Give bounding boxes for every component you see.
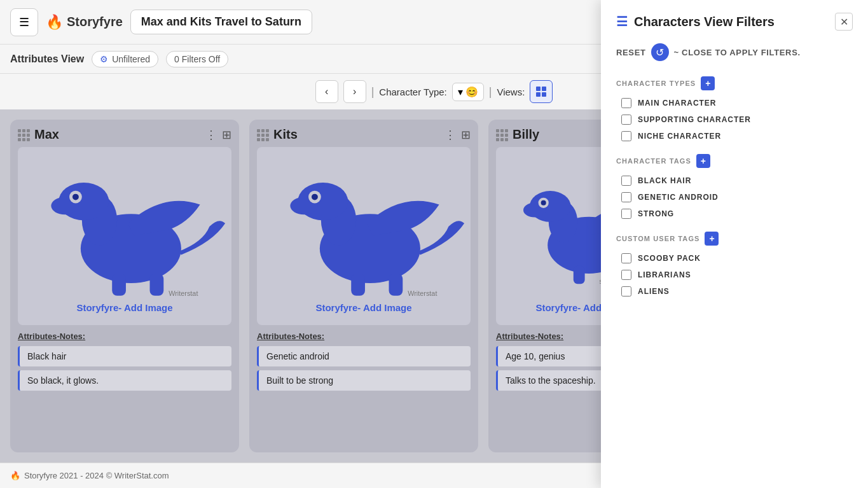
attr-note-kits-1[interactable]: Built to be strong: [257, 370, 471, 391]
supporting-character-label: SUPPORTING CHARACTER: [638, 115, 751, 124]
svg-point-11: [72, 193, 79, 200]
card-name-kits: Kits: [257, 127, 298, 142]
filter-off-badge[interactable]: 0 Filters Off: [166, 51, 228, 67]
brand-name: Storyfyre: [67, 15, 123, 29]
checkbox-main-character-input[interactable]: [621, 98, 631, 108]
checkbox-scooby-pack: SCOOBY PACK: [621, 253, 853, 263]
grid-icon-max: [18, 129, 29, 141]
filter-badge[interactable]: ⚙ Unfiltered: [92, 51, 158, 67]
add-image-label-kits[interactable]: Storyfyre- Add Image: [315, 302, 411, 313]
checkbox-black-hair: BLACK HAIR: [621, 176, 853, 186]
brand-icon-footer: 🔥: [10, 471, 20, 480]
checkbox-librarians-input[interactable]: [621, 270, 631, 280]
character-illustration-max: Writerstat: [18, 160, 231, 300]
filter-icon: ⚙: [100, 54, 108, 64]
filter-badge-label: Unfiltered: [112, 54, 150, 64]
separator1: |: [371, 85, 375, 99]
card-name-max: Max: [18, 127, 59, 142]
svg-rect-1: [542, 87, 546, 91]
separator2: |: [489, 85, 492, 99]
attrs-label-kits: Attributes-Notes:: [257, 331, 471, 341]
checkbox-genetic-android: GENETIC ANDROID: [621, 192, 853, 202]
checkbox-genetic-android-input[interactable]: [621, 192, 631, 202]
add-character-type-button[interactable]: +: [701, 76, 715, 90]
genetic-android-label: GENETIC ANDROID: [638, 193, 719, 202]
character-tags-section: CHARACTER TAGS + BLACK HAIR GENETIC ANDR…: [616, 154, 853, 219]
reset-button[interactable]: ↺: [651, 43, 669, 61]
card-add-max[interactable]: ⊞: [222, 128, 231, 142]
checkbox-strong-input[interactable]: [621, 209, 631, 219]
card-image-kits[interactable]: Writerstat Storyfyre- Add Image: [257, 147, 471, 325]
project-title[interactable]: Max and Kits Travel to Saturn: [130, 10, 312, 34]
brand: 🔥 Storyfyre: [46, 14, 123, 31]
svg-point-20: [312, 193, 318, 200]
prev-button[interactable]: ‹: [315, 80, 338, 103]
views-label: Views:: [497, 87, 525, 97]
menu-button[interactable]: ☰: [10, 8, 38, 36]
svg-rect-8: [112, 274, 126, 296]
checkbox-librarians: LIBRARIANS: [621, 270, 853, 280]
card-add-kits[interactable]: ⊞: [461, 128, 471, 142]
aliens-label: ALIENS: [638, 287, 670, 296]
character-illustration-kits: Writerstat: [257, 160, 471, 300]
views-button[interactable]: [530, 80, 553, 103]
card-name-billy: Billy: [496, 127, 539, 142]
svg-text:Writerstat: Writerstat: [408, 289, 437, 296]
card-menu-kits[interactable]: ⋮: [444, 128, 456, 142]
checkbox-supporting-character: SUPPORTING CHARACTER: [621, 115, 853, 125]
svg-rect-3: [542, 92, 546, 97]
card-image-max[interactable]: Writerstat Storyfyre- Add Image: [18, 147, 231, 325]
filter-panel-title: ☰ Characters View Filters: [616, 14, 775, 29]
character-types-section: CHARACTER TYPES + MAIN CHARACTER SUPPORT…: [616, 76, 853, 141]
checkbox-aliens-input[interactable]: [621, 286, 631, 296]
add-image-label-max[interactable]: Storyfyre- Add Image: [76, 302, 172, 313]
grid-view-icon: [535, 86, 547, 97]
character-tags-title: CHARACTER TAGS +: [616, 154, 853, 168]
strong-label: STRONG: [638, 209, 674, 218]
checkbox-aliens: ALIENS: [621, 286, 853, 296]
view-label: Attributes View: [10, 53, 84, 65]
card-actions-kits: ⋮ ⊞: [444, 128, 471, 142]
main-character-label: MAIN CHARACTER: [638, 99, 716, 108]
svg-rect-17: [351, 274, 365, 296]
svg-rect-18: [389, 274, 403, 296]
attr-note-kits-0[interactable]: Genetic android: [257, 346, 471, 366]
filter-panel-title-text: Characters View Filters: [634, 15, 775, 29]
svg-text:Writerstat: Writerstat: [169, 289, 198, 296]
attr-note-max-1[interactable]: So black, it glows.: [18, 370, 231, 391]
brand-icon: 🔥: [46, 14, 63, 31]
svg-rect-0: [536, 87, 541, 91]
black-hair-label: BLACK HAIR: [638, 176, 691, 185]
checkbox-black-hair-input[interactable]: [621, 176, 631, 186]
librarians-label: LIBRARIANS: [638, 270, 691, 279]
checkbox-scooby-pack-input[interactable]: [621, 253, 631, 263]
attr-note-max-0[interactable]: Black hair: [18, 346, 231, 366]
svg-point-29: [541, 200, 546, 205]
grid-icon-kits: [257, 129, 268, 141]
reset-row: RESET ↺ ~ CLOSE TO APPLY FILTERS.: [616, 43, 853, 61]
next-button[interactable]: ›: [343, 80, 366, 103]
add-custom-tag-button[interactable]: +: [705, 232, 719, 246]
grid-icon-billy: [496, 129, 507, 141]
close-button[interactable]: ✕: [835, 13, 853, 31]
filter-panel-icon: ☰: [616, 14, 628, 29]
char-type-select[interactable]: ▾ 😊: [452, 83, 484, 101]
reset-label: RESET: [616, 48, 646, 57]
filter-panel: ☰ Characters View Filters ✕ RESET ↺ ~ CL…: [601, 0, 868, 488]
character-types-title: CHARACTER TYPES +: [616, 76, 853, 90]
footer-left: 🔥 Storyfyre 2021 - 2024 © WriterStat.com: [10, 471, 169, 480]
custom-tags-section: CUSTOM USER TAGS + SCOOBY PACK LIBRARIAN…: [616, 232, 853, 296]
svg-rect-9: [150, 274, 164, 296]
checkbox-supporting-character-input[interactable]: [621, 115, 631, 125]
char-card-max: Max ⋮ ⊞: [10, 120, 239, 452]
close-to-apply-label: ~ CLOSE TO APPLY FILTERS.: [674, 48, 801, 57]
svg-rect-2: [536, 92, 541, 97]
card-menu-max[interactable]: ⋮: [205, 128, 217, 142]
checkbox-strong: STRONG: [621, 209, 853, 219]
scooby-pack-label: SCOOBY PACK: [638, 254, 701, 263]
filter-panel-header: ☰ Characters View Filters ✕: [616, 13, 853, 31]
checkbox-niche-character-input[interactable]: [621, 131, 631, 141]
niche-character-label: NICHE CHARACTER: [638, 132, 721, 141]
add-character-tag-button[interactable]: +: [696, 154, 710, 168]
card-actions-max: ⋮ ⊞: [205, 128, 231, 142]
